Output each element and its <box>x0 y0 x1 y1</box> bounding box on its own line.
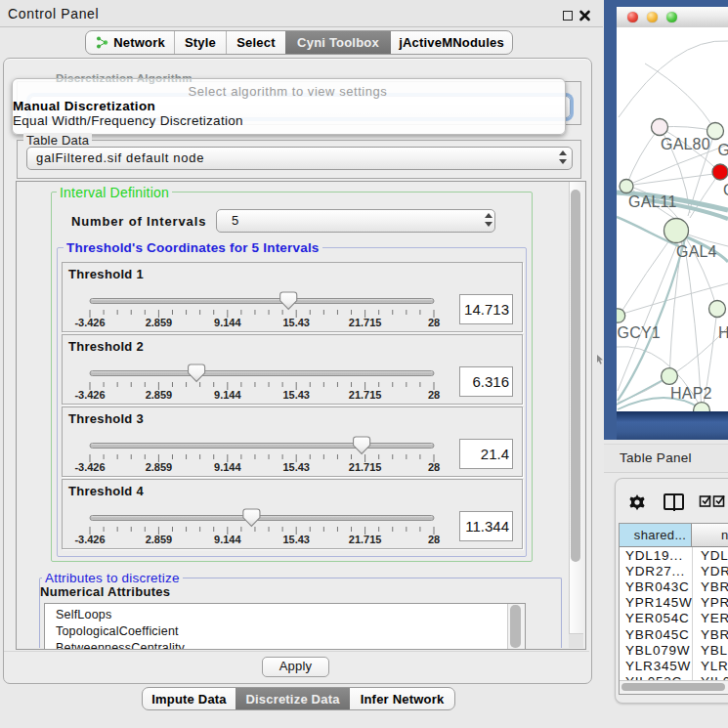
svg-text:-3.426: -3.426 <box>74 317 105 328</box>
svg-text:HAP2: HAP2 <box>670 385 712 402</box>
svg-text:C: C <box>723 182 728 198</box>
svg-text:28: 28 <box>428 461 440 473</box>
svg-text:G.: G. <box>718 142 728 158</box>
svg-text:21.715: 21.715 <box>349 534 382 545</box>
svg-text:15.43: 15.43 <box>282 534 310 545</box>
svg-text:9.144: 9.144 <box>214 461 241 473</box>
svg-text:28: 28 <box>428 534 440 545</box>
svg-text:2.859: 2.859 <box>146 317 173 328</box>
svg-text:GAL80: GAL80 <box>661 136 710 152</box>
svg-text:-3.426: -3.426 <box>74 389 105 401</box>
svg-text:2.859: 2.859 <box>146 461 173 473</box>
svg-text:21.715: 21.715 <box>349 389 382 401</box>
svg-text:9.144: 9.144 <box>214 534 241 545</box>
svg-text:-3.426: -3.426 <box>74 461 105 473</box>
svg-text:21.715: 21.715 <box>349 317 382 328</box>
svg-text:21.715: 21.715 <box>349 461 382 473</box>
svg-text:15.43: 15.43 <box>282 461 310 473</box>
svg-text:-3.426: -3.426 <box>74 534 105 545</box>
svg-text:9.144: 9.144 <box>214 317 241 328</box>
svg-text:GAL4: GAL4 <box>676 243 717 260</box>
svg-text:15.43: 15.43 <box>282 317 310 328</box>
svg-text:2.859: 2.859 <box>146 534 173 545</box>
svg-text:28: 28 <box>428 389 440 401</box>
svg-text:GCY1: GCY1 <box>618 324 661 341</box>
svg-text:9.144: 9.144 <box>214 389 241 401</box>
svg-text:H: H <box>718 324 728 341</box>
svg-text:2.859: 2.859 <box>146 389 173 401</box>
svg-text:GAL11: GAL11 <box>628 193 677 210</box>
svg-text:28: 28 <box>428 317 440 328</box>
svg-text:15.43: 15.43 <box>282 389 310 401</box>
